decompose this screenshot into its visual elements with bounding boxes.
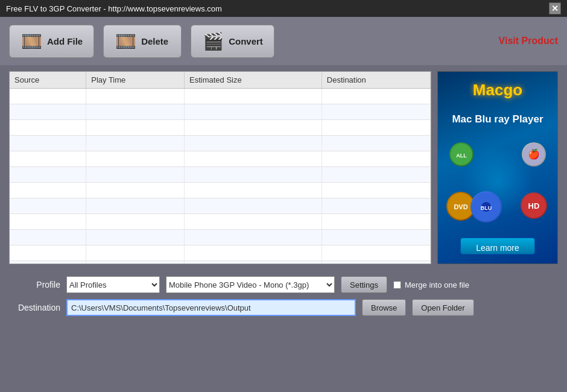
- col-destination: Destination: [322, 72, 430, 89]
- table-row: [10, 136, 431, 151]
- col-estimatedsize: Estimated Size: [184, 72, 322, 89]
- profile-category-select[interactable]: All Profiles: [66, 276, 160, 293]
- ad-image-area: ALL 🍎 DVD BLU HD: [443, 139, 552, 224]
- svg-text:HD: HD: [528, 201, 540, 210]
- table-row: [10, 230, 431, 245]
- visit-product-link[interactable]: Visit Product: [499, 36, 558, 46]
- convert-button[interactable]: 🎬 Convert: [191, 25, 274, 58]
- bluray-icon-circle: BLU: [470, 191, 502, 223]
- learn-more-button[interactable]: Learn more: [460, 238, 535, 254]
- bottom-panel: Profile All Profiles Mobile Phone 3GP Vi…: [0, 270, 567, 328]
- merge-row: Merge into one file: [393, 280, 469, 289]
- table-row: [10, 167, 431, 183]
- svg-text:BLU: BLU: [481, 205, 492, 211]
- table-row: [10, 198, 431, 214]
- destination-input[interactable]: [66, 299, 356, 316]
- table-row: [10, 245, 431, 261]
- ad-subtitle: Mac Blu ray Player: [452, 113, 543, 125]
- col-playtime: Play Time: [86, 72, 185, 89]
- table-row: [10, 120, 431, 136]
- table-row: [10, 183, 431, 198]
- convert-label: Convert: [229, 36, 263, 46]
- destination-row: Destination Browse Open Folder: [12, 299, 555, 316]
- convert-icon: 🎬: [202, 30, 224, 52]
- svg-text:ALL: ALL: [456, 153, 467, 159]
- profile-format-select[interactable]: Mobile Phone 3GP Video - Mono (*.3gp): [166, 276, 335, 293]
- table-row: [10, 151, 431, 167]
- open-folder-button[interactable]: Open Folder: [412, 299, 474, 316]
- delete-icon: 🎞️: [115, 30, 136, 52]
- profile-label: Profile: [12, 280, 60, 289]
- titlebar: Free FLV to 3GP Converter - http://www.t…: [0, 0, 567, 17]
- svg-text:DVD: DVD: [454, 203, 467, 210]
- destination-label: Destination: [12, 303, 60, 312]
- merge-label: Merge into one file: [405, 280, 469, 289]
- ad-panel: Macgo Mac Blu ray Player ALL 🍎 DVD BLU H…: [437, 71, 558, 264]
- table-row: [10, 89, 431, 104]
- add-file-icon: 🎞️: [21, 30, 42, 52]
- delete-button[interactable]: 🎞️ Delete: [103, 25, 182, 58]
- main-area: Source Play Time Estimated Size Destinat…: [0, 65, 567, 270]
- apple-icon-circle: 🍎: [522, 142, 546, 166]
- table-row: [10, 214, 431, 230]
- browse-button[interactable]: Browse: [362, 299, 406, 316]
- file-table-body: [10, 89, 431, 265]
- add-file-label: Add File: [47, 36, 83, 46]
- delete-label: Delete: [141, 36, 168, 46]
- table-row: [10, 104, 431, 120]
- close-button[interactable]: ✕: [549, 2, 561, 14]
- hd-icon-circle: HD: [521, 192, 547, 219]
- toolbar: 🎞️ Add File 🎞️ Delete 🎬 Convert Visit Pr…: [0, 17, 567, 65]
- ad-title: Macgo: [473, 81, 522, 100]
- settings-button[interactable]: Settings: [341, 276, 387, 293]
- col-source: Source: [10, 72, 86, 89]
- add-file-button[interactable]: 🎞️ Add File: [9, 25, 94, 58]
- file-table: Source Play Time Estimated Size Destinat…: [10, 72, 431, 264]
- svg-text:🍎: 🍎: [528, 148, 540, 160]
- merge-checkbox[interactable]: [393, 281, 401, 289]
- table-row: [10, 261, 431, 265]
- profile-row: Profile All Profiles Mobile Phone 3GP Vi…: [12, 276, 555, 293]
- app-title: Free FLV to 3GP Converter - http://www.t…: [6, 4, 222, 13]
- file-table-container: Source Play Time Estimated Size Destinat…: [9, 71, 431, 264]
- media-icon-circle: ALL: [449, 142, 474, 166]
